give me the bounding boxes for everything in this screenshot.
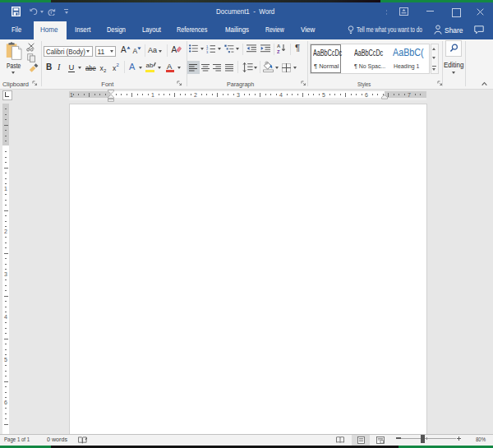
- svg-text:3: 3: [206, 50, 209, 53]
- svg-text:A: A: [277, 44, 281, 48]
- svg-text:Z: Z: [277, 48, 280, 53]
